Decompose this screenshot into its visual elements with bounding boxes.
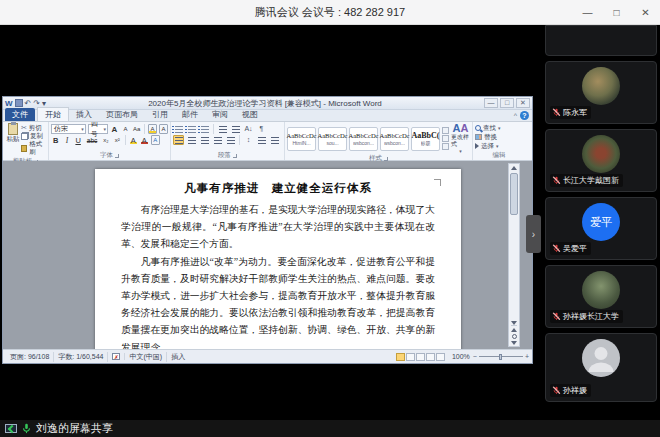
draft-view-icon[interactable] bbox=[436, 353, 445, 361]
close-button[interactable]: ✕ bbox=[631, 0, 660, 25]
replace-button[interactable]: 替换 bbox=[475, 133, 523, 141]
video-panel-toggle[interactable]: › bbox=[526, 215, 541, 253]
style-chip[interactable]: AaBbCcDc wsbcon... bbox=[380, 127, 409, 151]
tab-view[interactable]: 视图 bbox=[235, 108, 265, 121]
borders-button[interactable] bbox=[269, 135, 280, 145]
vertical-scrollbar[interactable] bbox=[508, 163, 520, 347]
styles-scroll-down-icon[interactable] bbox=[442, 135, 449, 142]
tab-review[interactable]: 审阅 bbox=[205, 108, 235, 121]
group-editing: 查找 ▾ 替换 选择 ▾ 编辑 bbox=[473, 122, 525, 160]
dialog-launcher-icon[interactable] bbox=[384, 157, 388, 161]
underline-button[interactable]: U bbox=[73, 135, 82, 145]
bullets-button[interactable] bbox=[173, 124, 184, 134]
style-chip[interactable]: AaBbCcDc wsbcon... bbox=[349, 127, 378, 151]
participant-tile-partial[interactable] bbox=[545, 25, 657, 56]
tab-page-layout[interactable]: 页面布局 bbox=[99, 108, 145, 121]
zoom-out-icon[interactable]: − bbox=[473, 353, 477, 360]
style-chip[interactable]: AaBbCcDc sou... bbox=[318, 127, 347, 151]
bold-button[interactable]: B bbox=[51, 135, 60, 145]
zoom-slider[interactable]: − + bbox=[473, 353, 529, 360]
next-page-icon[interactable] bbox=[511, 341, 517, 345]
word-count[interactable]: 字数: 1/60,544 bbox=[54, 352, 108, 362]
styles-expand-icon[interactable] bbox=[442, 143, 449, 150]
align-justify-button[interactable] bbox=[173, 135, 184, 145]
character-shading-button[interactable]: A bbox=[151, 135, 160, 145]
align-right-button[interactable] bbox=[212, 135, 223, 145]
outline-view-icon[interactable] bbox=[426, 353, 435, 361]
font-color-button[interactable]: A bbox=[140, 135, 149, 145]
shrink-font-button[interactable]: A bbox=[121, 124, 130, 134]
numbering-button[interactable] bbox=[186, 124, 197, 134]
fullscreen-view-icon[interactable] bbox=[406, 353, 415, 361]
zoom-slider-thumb[interactable] bbox=[499, 354, 502, 360]
line-spacing-button[interactable]: ↕ bbox=[243, 135, 254, 145]
character-border-button[interactable]: A bbox=[159, 124, 168, 134]
language-indicator[interactable]: 中文(中国) bbox=[125, 352, 167, 362]
minimize-ribbon-icon[interactable]: ^ bbox=[514, 112, 517, 119]
distribute-button[interactable] bbox=[225, 135, 236, 145]
print-layout-view-icon[interactable] bbox=[396, 353, 405, 361]
dialog-launcher-icon[interactable] bbox=[115, 154, 119, 158]
document-page[interactable]: 凡事有序推进 建立健全运行体系 有序治理是大学治理的基石，是实现大学治理的现实路… bbox=[95, 169, 461, 349]
italic-button[interactable]: I bbox=[62, 135, 71, 145]
tab-insert[interactable]: 插入 bbox=[69, 108, 99, 121]
maximize-button[interactable]: □ bbox=[602, 0, 631, 25]
participant-tile[interactable]: 长江大学戴国新 bbox=[545, 129, 657, 192]
style-chip[interactable]: AaBbCcDc HtmlN... bbox=[287, 127, 316, 151]
tab-references[interactable]: 引用 bbox=[145, 108, 175, 121]
participant-tile[interactable]: 陈永军 bbox=[545, 61, 657, 124]
participant-tile[interactable]: 爱平 吴爱平 bbox=[545, 197, 657, 260]
align-left-button[interactable] bbox=[186, 135, 197, 145]
format-painter-button[interactable]: 格式刷 bbox=[21, 140, 46, 156]
page-indicator[interactable]: 页面: 96/108 bbox=[6, 352, 54, 362]
paste-button[interactable]: 粘贴 bbox=[5, 123, 21, 157]
highlight-color-button[interactable]: A bbox=[129, 135, 138, 145]
word-close-button[interactable]: ✕ bbox=[516, 98, 530, 108]
select-button[interactable]: 选择 ▾ bbox=[475, 142, 523, 150]
zoom-level[interactable]: 100% bbox=[452, 353, 470, 360]
minimize-button[interactable]: — bbox=[573, 0, 602, 25]
strikethrough-button[interactable]: abc bbox=[85, 135, 99, 145]
superscript-button[interactable]: x² bbox=[113, 135, 122, 145]
styles-scroll-up-icon[interactable] bbox=[442, 127, 449, 134]
align-center-button[interactable] bbox=[199, 135, 210, 145]
cut-button[interactable]: ✂ 剪切 bbox=[21, 124, 46, 132]
document-heading: 凡事有序推进 建立健全运行体系 bbox=[121, 181, 435, 196]
save-icon[interactable] bbox=[15, 99, 23, 107]
increase-indent-button[interactable] bbox=[230, 124, 241, 134]
insert-mode-indicator[interactable]: 插入 bbox=[167, 352, 189, 362]
subscript-button[interactable]: x₂ bbox=[101, 135, 110, 145]
previous-page-icon[interactable] bbox=[511, 328, 517, 332]
sort-button[interactable]: A↓ bbox=[243, 124, 254, 134]
web-layout-view-icon[interactable] bbox=[416, 353, 425, 361]
find-button[interactable]: 查找 ▾ bbox=[475, 124, 523, 132]
phonetic-guide-button[interactable]: A bbox=[148, 124, 157, 134]
participant-tile[interactable]: 孙祥媛长江大学 bbox=[545, 265, 657, 328]
font-name-combo[interactable]: 仿宋 ▾ bbox=[51, 124, 86, 134]
multilevel-list-button[interactable] bbox=[199, 124, 210, 134]
style-chip[interactable]: AaBbC( 标题 bbox=[411, 127, 440, 151]
font-size-combo[interactable]: 四号 ▾ bbox=[88, 124, 108, 134]
tab-file[interactable]: 文件 bbox=[5, 108, 35, 121]
spellcheck-icon[interactable]: ✗ bbox=[112, 353, 120, 360]
scroll-up-icon[interactable] bbox=[511, 166, 517, 170]
zoom-in-icon[interactable]: + bbox=[525, 353, 529, 360]
avatar: 爱平 bbox=[582, 203, 620, 241]
help-icon[interactable]: ? bbox=[520, 111, 529, 120]
grow-font-button[interactable]: A bbox=[110, 124, 119, 134]
participant-tile[interactable]: 孙祥媛 bbox=[545, 333, 657, 402]
copy-button[interactable]: 复制 bbox=[21, 132, 46, 140]
decrease-indent-button[interactable] bbox=[217, 124, 228, 134]
select-browse-object-icon[interactable] bbox=[512, 334, 517, 339]
word-minimize-button[interactable]: — bbox=[484, 98, 498, 108]
undo-icon[interactable]: ↶ bbox=[25, 99, 32, 108]
tab-home[interactable]: 开始 bbox=[37, 107, 69, 121]
word-restore-button[interactable]: □ bbox=[500, 98, 514, 108]
scrollbar-thumb[interactable] bbox=[510, 173, 518, 215]
change-styles-button[interactable]: AA 更改样式 ▾ bbox=[451, 123, 470, 154]
tab-mailings[interactable]: 邮件 bbox=[175, 108, 205, 121]
shading-button[interactable] bbox=[256, 135, 267, 145]
dialog-launcher-icon[interactable] bbox=[233, 154, 237, 158]
change-case-button[interactable]: Aa bbox=[132, 124, 141, 134]
show-marks-button[interactable]: ¶ bbox=[256, 124, 267, 134]
